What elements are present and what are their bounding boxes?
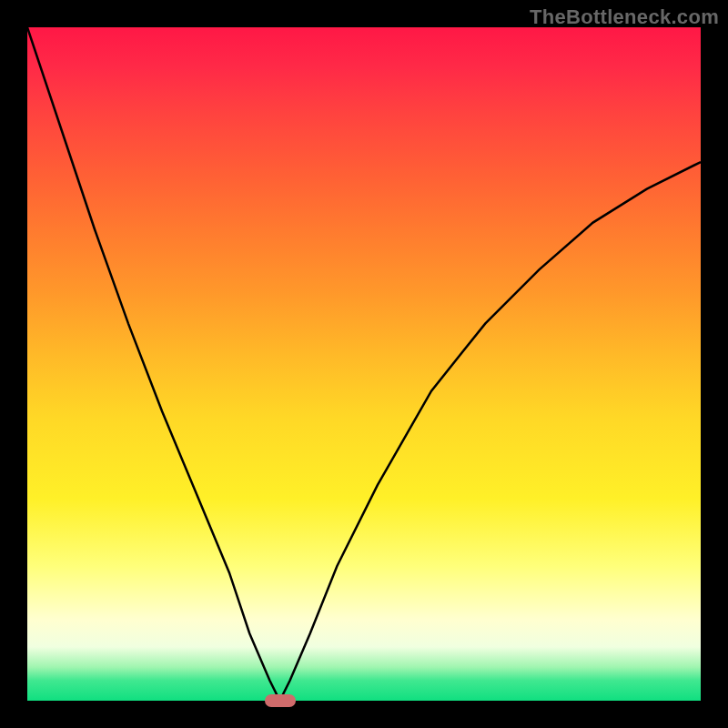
bottleneck-curve xyxy=(27,27,701,701)
curve-svg xyxy=(27,27,701,701)
watermark-text: TheBottleneck.com xyxy=(530,5,719,29)
chart-outer: TheBottleneck.com xyxy=(0,0,728,728)
bottleneck-marker xyxy=(265,694,296,707)
plot-area xyxy=(27,27,701,701)
